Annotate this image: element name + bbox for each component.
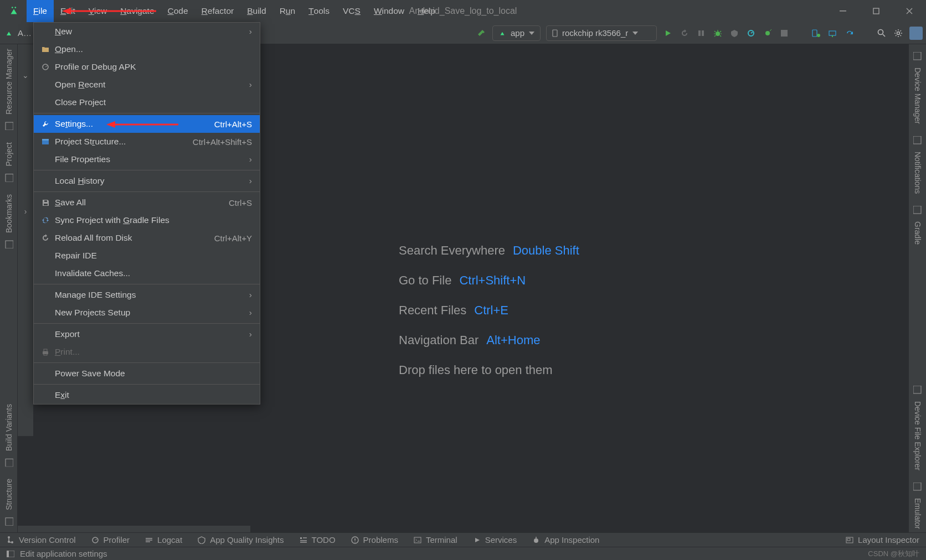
menu-item-exit[interactable]: Exit: [34, 386, 260, 404]
menu-item-label: Reload All from Disk: [55, 233, 132, 243]
menu-item-open[interactable]: Open...: [34, 40, 260, 58]
bottom-tool-app-quality-insights[interactable]: App Quality Insights: [198, 535, 284, 545]
settings-gear-icon[interactable]: [893, 28, 904, 39]
menu-view[interactable]: View: [82, 0, 114, 22]
hint-shortcut: Double Shift: [513, 243, 579, 258]
menu-item-open-recent[interactable]: Open Recent›: [34, 76, 260, 94]
svg-rect-50: [7, 551, 9, 557]
menu-separator: [34, 284, 260, 284]
tool-label: Logcat: [157, 535, 182, 545]
menu-file[interactable]: File: [27, 0, 54, 22]
breadcrumb[interactable]: A…: [18, 28, 32, 38]
menu-item-new-projects-setup[interactable]: New Projects Setup›: [34, 304, 260, 322]
bottom-tool-profiler[interactable]: Profiler: [91, 535, 130, 545]
bottom-tool-services[interactable]: Services: [473, 535, 517, 545]
svg-point-9: [765, 31, 770, 35]
hint-row: Go to FileCtrl+Shift+N: [399, 273, 579, 288]
tool-notifications[interactable]: Notifications: [913, 128, 922, 198]
menu-item-power-save-mode[interactable]: Power Save Mode: [34, 365, 260, 382]
svg-rect-4: [553, 30, 557, 37]
menu-item-print: Print...: [34, 343, 260, 361]
coverage-icon[interactable]: [729, 28, 740, 39]
tool-label: App Inspection: [544, 535, 599, 545]
svg-point-7: [716, 32, 720, 36]
bottom-tool-terminal[interactable]: Terminal: [414, 535, 457, 545]
toolwindow-toggle-icon[interactable]: [7, 551, 14, 557]
menu-item-repair-ide[interactable]: Repair IDE: [34, 247, 260, 265]
bottom-tool-layout-inspector[interactable]: Layout Inspector: [846, 535, 919, 545]
menu-item-invalidate-caches[interactable]: Invalidate Caches...: [34, 265, 260, 282]
apply-changes-icon[interactable]: [696, 28, 707, 39]
menu-navigate[interactable]: Navigate: [114, 0, 161, 22]
menu-item-manage-ide-settings[interactable]: Manage IDE Settings›: [34, 286, 260, 304]
menu-item-settings[interactable]: Settings...Ctrl+Alt+S: [34, 115, 260, 133]
tool-bookmarks[interactable]: Bookmarks: [4, 190, 13, 256]
menu-item-local-history[interactable]: Local History›: [34, 172, 260, 190]
menu-item-export[interactable]: Export›: [34, 325, 260, 343]
tool-gradle[interactable]: Gradle: [913, 198, 922, 249]
attach-debugger-icon[interactable]: [762, 28, 773, 39]
hint-row: Drop files here to open them: [399, 363, 579, 377]
menu-build[interactable]: Build: [240, 0, 272, 22]
tool-structure[interactable]: Structure: [4, 474, 13, 533]
hammer-icon[interactable]: [476, 28, 487, 39]
avatar-icon[interactable]: [909, 27, 923, 40]
menu-item-profile-or-debug-apk[interactable]: Profile or Debug APK: [34, 58, 260, 76]
rerun-icon[interactable]: [679, 28, 690, 39]
profiler-icon[interactable]: [745, 28, 757, 39]
tool-project[interactable]: Project: [4, 138, 13, 190]
run-config-selector[interactable]: app: [492, 25, 541, 41]
menu-item-label: Profile or Debug APK: [55, 62, 136, 72]
stop-icon[interactable]: [779, 28, 790, 39]
tool-build-variants[interactable]: Build Variants: [4, 400, 13, 474]
bottom-tool-version-control[interactable]: Version Control: [7, 535, 76, 545]
device-selector[interactable]: rockchip rk3566_r: [546, 25, 657, 41]
menu-vcs[interactable]: VCS: [336, 0, 367, 22]
menu-item-sync-project-with-gradle-files[interactable]: Sync Project with Gradle Files: [34, 211, 260, 229]
svg-marker-45: [475, 538, 480, 542]
tool-emulator[interactable]: Emulator: [913, 475, 922, 533]
debug-icon[interactable]: [712, 28, 723, 39]
hint-row: Search EverywhereDouble Shift: [399, 243, 579, 258]
tool-device-manager[interactable]: Device Manager: [913, 44, 922, 128]
menu-edit[interactable]: Edit: [54, 0, 82, 22]
chevron-right-icon[interactable]: ›: [24, 207, 27, 216]
svg-point-39: [8, 541, 10, 543]
bottom-tool-logcat[interactable]: Logcat: [145, 535, 182, 545]
menu-item-label: Project Structure...: [55, 137, 126, 147]
svg-point-15: [897, 32, 900, 34]
menu-window[interactable]: Window: [367, 0, 411, 22]
run-icon[interactable]: [662, 28, 673, 39]
tool-resource-manager[interactable]: Resource Manager: [4, 44, 13, 138]
menu-item-project-structure[interactable]: Project Structure...Ctrl+Alt+Shift+S: [34, 133, 260, 151]
window-title: Android_Save_log_to_local: [409, 6, 517, 16]
minimize-button[interactable]: [826, 0, 860, 22]
menu-refactor[interactable]: Refactor: [195, 0, 241, 22]
left-tool-strip: Resource ManagerProjectBookmarksBuild Va…: [0, 44, 18, 533]
bottom-tool-app-inspection[interactable]: App Inspection: [532, 535, 599, 545]
close-button[interactable]: [893, 0, 926, 22]
shortcut-label: Ctrl+Alt+Shift+S: [193, 137, 252, 147]
tool-label: Terminal: [426, 535, 457, 545]
menu-item-save-all[interactable]: Save AllCtrl+S: [34, 194, 260, 211]
menu-item-file-properties[interactable]: File Properties›: [34, 151, 260, 168]
project-panel-collapsed: ⌄ ›: [18, 44, 33, 436]
bottom-toolbar: Version Control Profiler Logcat App Qual…: [0, 532, 926, 547]
bottom-tool-todo[interactable]: TODO: [300, 535, 336, 545]
search-icon[interactable]: [876, 28, 887, 39]
sdk-manager-icon[interactable]: [827, 28, 838, 39]
sync-gradle-icon[interactable]: [844, 28, 855, 39]
avd-manager-icon[interactable]: [811, 28, 822, 39]
menu-item-reload-all-from-disk[interactable]: Reload All from DiskCtrl+Alt+Y: [34, 229, 260, 247]
bottom-tool-problems[interactable]: Problems: [351, 535, 398, 545]
file-menu-dropdown: New›Open...Profile or Debug APKOpen Rece…: [33, 22, 260, 405]
chevron-right-icon: ›: [249, 27, 252, 37]
menu-item-close-project[interactable]: Close Project: [34, 94, 260, 111]
tool-device-file-explorer[interactable]: Device File Explorer: [913, 378, 922, 475]
menu-item-new[interactable]: New›: [34, 23, 260, 40]
menu-run[interactable]: Run: [273, 0, 302, 22]
chevron-down-icon[interactable]: ⌄: [22, 71, 29, 80]
menu-code[interactable]: Code: [161, 0, 195, 22]
maximize-button[interactable]: [860, 0, 893, 22]
menu-tools[interactable]: Tools: [302, 0, 336, 22]
